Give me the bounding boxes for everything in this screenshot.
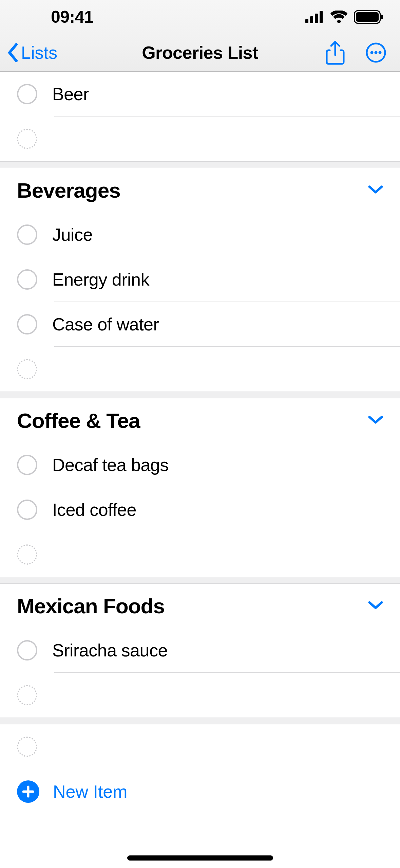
item-label: Sriracha sauce <box>52 640 168 661</box>
item-label: Case of water <box>52 314 159 334</box>
item-label: Beer <box>52 84 89 104</box>
cellular-icon <box>305 11 324 23</box>
collapse-toggle[interactable] <box>368 600 383 611</box>
new-item-placeholder[interactable] <box>0 532 400 577</box>
radio-unchecked-icon[interactable] <box>17 224 37 245</box>
item-label: Energy drink <box>52 269 149 290</box>
section-title: Mexican Foods <box>17 594 165 618</box>
status-bar: 09:41 <box>0 0 400 34</box>
dotted-circle-icon <box>17 737 37 757</box>
home-indicator <box>127 855 273 861</box>
dotted-circle-icon <box>17 359 37 379</box>
svg-rect-3 <box>320 11 323 23</box>
list-item[interactable]: Sriracha sauce <box>0 628 400 673</box>
more-button[interactable] <box>365 42 386 63</box>
radio-unchecked-icon[interactable] <box>17 314 37 334</box>
section-header[interactable]: Beverages <box>0 168 400 212</box>
status-icons <box>305 10 383 24</box>
new-item-placeholder[interactable] <box>0 724 400 769</box>
collapse-toggle[interactable] <box>368 415 383 426</box>
section-title: Coffee & Tea <box>17 409 140 433</box>
collapse-toggle[interactable] <box>368 185 383 196</box>
new-item-placeholder[interactable] <box>0 347 400 392</box>
new-item-placeholder[interactable] <box>0 116 400 161</box>
list-item[interactable]: Beer <box>0 72 400 116</box>
item-label: Iced coffee <box>52 500 136 520</box>
list-item[interactable]: Decaf tea bags <box>0 442 400 487</box>
status-time: 09:41 <box>0 7 93 27</box>
list-item[interactable]: Case of water <box>0 302 400 347</box>
dotted-circle-icon <box>17 129 37 149</box>
wifi-icon <box>330 11 348 23</box>
list-content: Beer Beverages Juice Energy drink <box>0 72 400 814</box>
page-title: Groceries List <box>142 42 258 63</box>
svg-rect-1 <box>310 16 313 23</box>
new-item-placeholder[interactable] <box>0 673 400 718</box>
section-separator <box>0 161 400 168</box>
svg-rect-5 <box>356 12 379 22</box>
radio-unchecked-icon[interactable] <box>17 269 37 290</box>
new-item-label: New Item <box>53 781 128 802</box>
list-item[interactable]: Juice <box>0 212 400 257</box>
radio-unchecked-icon[interactable] <box>17 640 37 661</box>
svg-point-10 <box>375 51 378 54</box>
share-button[interactable] <box>325 40 345 65</box>
dotted-circle-icon <box>17 685 37 705</box>
battery-icon <box>354 10 383 24</box>
section-separator <box>0 577 400 584</box>
section-separator <box>0 392 400 398</box>
chevron-down-icon <box>368 185 383 194</box>
chevron-down-icon <box>368 600 383 610</box>
section-header[interactable]: Coffee & Tea <box>0 398 400 442</box>
item-label: Juice <box>52 224 93 245</box>
list-item[interactable]: Energy drink <box>0 257 400 302</box>
nav-bar: Lists Groceries List <box>0 34 400 71</box>
svg-point-9 <box>370 51 374 54</box>
svg-rect-6 <box>381 15 383 19</box>
radio-unchecked-icon[interactable] <box>17 500 37 520</box>
plus-circle-icon <box>17 780 39 803</box>
chevron-left-icon <box>7 43 18 62</box>
new-item-button[interactable]: New Item <box>0 769 400 814</box>
chevron-down-icon <box>368 415 383 424</box>
back-label: Lists <box>21 42 57 63</box>
svg-point-11 <box>379 51 382 54</box>
svg-rect-2 <box>315 14 318 23</box>
section-title: Beverages <box>17 178 120 202</box>
section-separator <box>0 718 400 724</box>
share-icon <box>325 40 345 65</box>
section-header[interactable]: Mexican Foods <box>0 584 400 628</box>
back-button[interactable]: Lists <box>0 42 57 63</box>
item-label: Decaf tea bags <box>52 455 169 475</box>
list-item[interactable]: Iced coffee <box>0 487 400 532</box>
dotted-circle-icon <box>17 544 37 565</box>
ellipsis-circle-icon <box>365 42 386 63</box>
radio-unchecked-icon[interactable] <box>17 455 37 475</box>
top-chrome: 09:41 <box>0 0 400 72</box>
svg-rect-0 <box>305 19 308 23</box>
radio-unchecked-icon[interactable] <box>17 84 37 104</box>
